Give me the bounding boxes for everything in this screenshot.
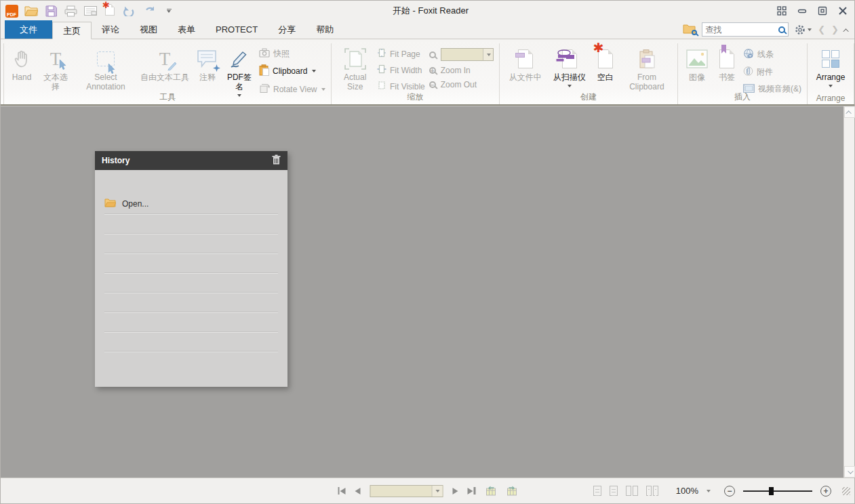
- previous-page-button[interactable]: [355, 488, 361, 495]
- new-document-icon[interactable]: ✱: [103, 4, 117, 18]
- open-file-icon[interactable]: [24, 4, 38, 18]
- zoom-combo-row: [429, 48, 494, 61]
- ribbon-tab-bar: 文件 主页 评论 视图 表单 PROTECT 分享 帮助 ❮ ❯: [1, 21, 854, 39]
- image-icon: [685, 46, 709, 72]
- zoom-in-plus-button[interactable]: +: [820, 486, 831, 497]
- text-select-button[interactable]: T 文本选择: [38, 45, 73, 93]
- attachment-icon: [743, 66, 753, 79]
- settings-menu-button[interactable]: [795, 24, 812, 35]
- print-icon[interactable]: [64, 4, 77, 18]
- resize-grip[interactable]: [842, 487, 850, 495]
- first-page-button[interactable]: [338, 487, 346, 495]
- zoom-level-combobox[interactable]: [441, 48, 494, 61]
- foxit-logo-icon[interactable]: PDF: [5, 4, 18, 18]
- close-icon[interactable]: [838, 6, 848, 16]
- search-icon[interactable]: [778, 26, 785, 33]
- insert-image-button[interactable]: 图像: [683, 45, 711, 84]
- next-view-button[interactable]: [506, 486, 517, 496]
- clipboard-caret-icon[interactable]: [312, 70, 316, 72]
- layout-grid-icon[interactable]: [777, 6, 787, 16]
- arrange-caret-icon[interactable]: [829, 85, 833, 87]
- tab-comment[interactable]: 评论: [92, 21, 130, 39]
- document-area: History Open...: [1, 106, 854, 478]
- previous-view-button[interactable]: [485, 486, 496, 496]
- tab-form[interactable]: 表单: [167, 21, 205, 39]
- vertical-scrollbar[interactable]: [843, 106, 854, 478]
- fit-visible-icon: [377, 81, 386, 92]
- tab-home[interactable]: 主页: [52, 22, 92, 39]
- search-cluster: ❮ ❯: [683, 22, 849, 37]
- create-from-clipboard-button[interactable]: From Clipboard: [622, 45, 672, 93]
- tab-view[interactable]: 视图: [130, 21, 167, 39]
- snapshot-button[interactable]: 快照: [259, 48, 325, 60]
- zoom-in-button[interactable]: + Zoom In: [429, 66, 494, 75]
- page-number-caret-icon[interactable]: [432, 486, 443, 497]
- continuous-view-icon[interactable]: [610, 486, 618, 496]
- zoom-level-icon: [429, 51, 436, 58]
- free-text-tool-button[interactable]: T 自由文本工具: [138, 45, 191, 84]
- insert-line-button[interactable]: 线条: [743, 48, 801, 61]
- history-panel-body: Open...: [95, 170, 287, 387]
- search-input[interactable]: [705, 25, 778, 35]
- next-page-button[interactable]: [453, 488, 458, 495]
- search-folder-icon[interactable]: [683, 24, 696, 36]
- fit-visible-button[interactable]: Fit Visible: [377, 81, 425, 92]
- history-empty-row: [104, 273, 278, 293]
- scroll-down-icon[interactable]: [844, 466, 855, 478]
- last-page-button[interactable]: [468, 487, 476, 495]
- link-globe-icon: [743, 48, 754, 61]
- pdf-sign-button[interactable]: PDF签名: [224, 45, 255, 98]
- comment-button[interactable]: 注释: [195, 45, 220, 84]
- save-icon[interactable]: [44, 4, 58, 18]
- forward-icon[interactable]: ❯: [831, 24, 839, 35]
- fit-page-button[interactable]: Fit Page: [377, 48, 425, 60]
- back-icon[interactable]: ❮: [818, 24, 825, 35]
- customize-quick-access-icon[interactable]: [162, 4, 176, 18]
- tab-file[interactable]: 文件: [5, 20, 52, 39]
- history-empty-row: [104, 234, 278, 253]
- minimize-icon[interactable]: [797, 6, 807, 16]
- zoom-level-caret-icon[interactable]: [707, 490, 711, 492]
- single-page-view-icon[interactable]: [593, 486, 601, 496]
- facing-view-icon[interactable]: [626, 486, 638, 496]
- create-blank-button[interactable]: ✱ 空白: [593, 45, 618, 84]
- history-item-open[interactable]: Open...: [104, 194, 278, 214]
- zoom-out-button[interactable]: − Zoom Out: [429, 80, 494, 89]
- insert-attachment-button[interactable]: 附件: [743, 66, 801, 79]
- scroll-up-icon[interactable]: [844, 106, 855, 118]
- history-empty-row: [104, 312, 278, 332]
- create-from-file-button[interactable]: 从文件中: [505, 45, 546, 84]
- email-icon[interactable]: [83, 4, 97, 18]
- fit-width-button[interactable]: Fit Width: [377, 64, 425, 76]
- collapse-ribbon-icon[interactable]: [845, 26, 849, 34]
- zoom-out-minus-button[interactable]: −: [724, 486, 735, 497]
- redo-icon[interactable]: [142, 4, 156, 18]
- restore-icon[interactable]: [818, 6, 827, 16]
- app-window: PDF ✱ 开始 - Foxit Reader: [0, 0, 855, 504]
- actual-size-button[interactable]: Actual Size: [337, 45, 373, 93]
- search-box: [702, 22, 789, 37]
- view-zoom-controls: 100% − +: [593, 486, 850, 497]
- tab-protect[interactable]: PROTECT: [205, 21, 268, 39]
- from-file-icon: [518, 46, 533, 72]
- clear-history-trash-icon[interactable]: [272, 154, 281, 167]
- zoom-slider[interactable]: [743, 490, 812, 492]
- ribbon-group-tools: Hand T 文本选择 Select Annotation T: [3, 43, 332, 104]
- tab-share[interactable]: 分享: [268, 21, 306, 39]
- hand-tool-button[interactable]: Hand: [9, 45, 34, 84]
- tab-help[interactable]: 帮助: [306, 21, 344, 39]
- create-from-scanner-button[interactable]: 从扫描仪: [550, 45, 589, 89]
- arrange-icon: [822, 46, 839, 72]
- insert-bookmark-button[interactable]: 书签: [715, 45, 739, 84]
- zoom-slider-thumb[interactable]: [769, 487, 774, 495]
- rotate-view-caret-icon[interactable]: [321, 88, 325, 91]
- select-annotation-button[interactable]: Select Annotation: [77, 45, 134, 93]
- continuous-facing-view-icon[interactable]: [646, 486, 658, 496]
- fit-column: Fit Page Fit Width Fit Visible: [377, 45, 425, 92]
- page-number-combobox[interactable]: [370, 485, 443, 497]
- zoom-combobox-caret-icon[interactable]: [483, 49, 493, 60]
- arrange-button[interactable]: Arrange: [813, 45, 848, 89]
- from-scanner-caret-icon[interactable]: [568, 85, 572, 87]
- undo-icon[interactable]: [123, 4, 136, 18]
- clipboard-button[interactable]: Clipboard: [259, 64, 325, 78]
